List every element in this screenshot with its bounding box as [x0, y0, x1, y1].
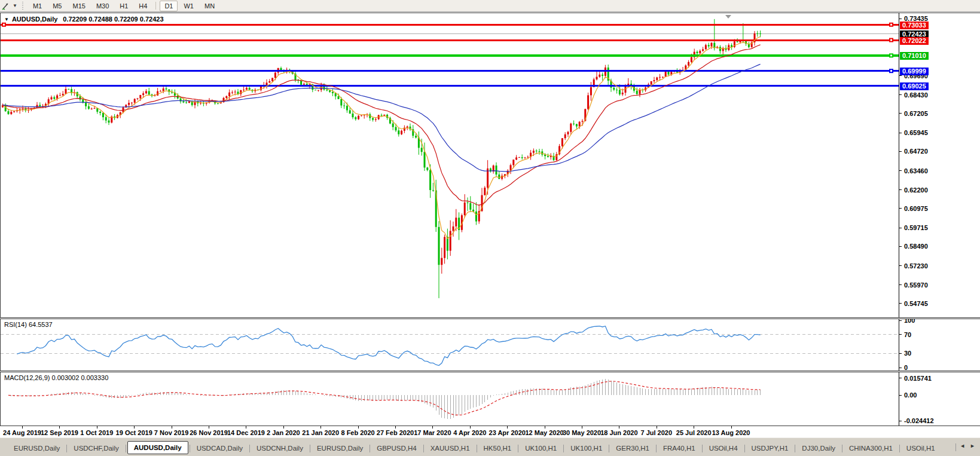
tab-separator: [423, 445, 424, 452]
chart-tab-eurusd-daily[interactable]: EURUSD,Daily: [312, 442, 368, 454]
chart-tab-audusd-daily[interactable]: AUDUSD,Daily: [127, 441, 188, 454]
price-badge: 0.73033: [900, 22, 929, 29]
y-axis-tick-label: 0.62200: [904, 186, 928, 194]
toolbar-separator: [155, 2, 156, 10]
x-axis-date-label: 21 Jan 2020: [302, 429, 339, 436]
timeframe-button-d1[interactable]: D1: [160, 1, 178, 11]
timeframe-button-m1[interactable]: M1: [28, 1, 47, 11]
chart-tab-bar: EURUSD,DailyUSDCHF,DailyAUDUSD,DailyUSDC…: [0, 437, 980, 456]
chart-tab-dj30-daily[interactable]: DJ30,Daily: [796, 442, 841, 454]
chart-tab-usoil-h1[interactable]: USOil,H1: [901, 442, 941, 454]
timeframe-button-w1[interactable]: W1: [179, 1, 199, 11]
chart-tab-usdchf-daily[interactable]: USDCHF,Daily: [68, 442, 124, 454]
chart-tab-usdcad-daily[interactable]: USDCAD,Daily: [191, 442, 248, 454]
tab-separator: [477, 445, 477, 452]
tab-separator: [66, 445, 67, 452]
chart-tab-uk100-h1[interactable]: UK100,H1: [565, 442, 607, 454]
macd-label: MACD(12,26,9) 0.003002 0.003330: [4, 374, 108, 381]
y-axis-tick-label: 0.68430: [904, 91, 928, 99]
x-axis-date-label: 18 Jun 2020: [600, 429, 637, 436]
chart-tab-gbpusd-h4[interactable]: GBPUSD,H4: [371, 442, 422, 454]
chart-tab-usoil-h4[interactable]: USOil,H4: [704, 442, 743, 454]
x-axis-date-label: 1 Oct 2019: [80, 429, 113, 436]
rsi-axis-label: 30: [904, 350, 911, 357]
y-axis-tick-label: 0.67205: [904, 110, 928, 117]
macd-axis-label: -0.024412: [904, 417, 934, 424]
x-axis-date-label: 12 Sep 2019: [41, 429, 78, 436]
tab-scroll-left-icon[interactable]: ◄: [960, 443, 965, 449]
y-axis-tick-label: 0.59715: [904, 224, 928, 231]
chart-title: ▼ AUDUSD,Daily 0.72209 0.72488 0.72209 0…: [4, 16, 164, 23]
rsi-panel: RSI(14) 64.5537 10070300: [0, 319, 980, 371]
x-axis-date-label: 19 Oct 2019: [116, 429, 152, 436]
price-badge: 0.72022: [900, 37, 929, 45]
tab-separator: [518, 445, 518, 452]
tab-scroll-right-icon[interactable]: ►: [970, 443, 975, 449]
x-axis-date-label: 2 Jan 2020: [267, 429, 300, 436]
x-axis-date-label: 12 May 2020: [525, 429, 563, 436]
y-axis-tick-label: 0.57230: [904, 262, 928, 270]
y-axis-tick-label: 0.63460: [904, 167, 928, 175]
cursor-tool-dropdown-icon[interactable]: ▼: [13, 3, 17, 8]
tab-separator: [126, 445, 126, 452]
y-axis-tick-label: 0.54745: [904, 300, 928, 307]
tab-separator: [656, 445, 657, 452]
y-axis-tick-label: 0.60975: [904, 205, 928, 212]
chart-tab-ger30-h1[interactable]: GER30,H1: [610, 442, 655, 454]
price-badge: 0.69999: [900, 68, 929, 75]
chart-title-collapse-icon[interactable]: ▼: [4, 17, 9, 22]
x-axis-date-label: 17 Mar 2020: [414, 429, 451, 436]
chart-tab-xauusd-h1[interactable]: XAUUSD,H1: [425, 442, 475, 454]
timeframe-button-m5[interactable]: M5: [48, 1, 66, 11]
rsi-plot[interactable]: 10070300: [1, 319, 980, 371]
tab-separator: [899, 445, 900, 452]
chart-tab-usdcnh-daily[interactable]: USDCNH,Daily: [251, 442, 309, 454]
tab-separator: [842, 445, 842, 452]
tab-separator: [609, 445, 609, 452]
tab-scroll-arrows: ◄ ►: [957, 438, 980, 449]
cursor-tool-icon[interactable]: [1, 1, 12, 11]
x-axis-date-label: 25 Jul 2020: [676, 429, 712, 436]
chart-tab-fra40-h1[interactable]: FRA40,H1: [658, 442, 701, 454]
timeframe-button-h4[interactable]: H4: [134, 1, 152, 11]
main-chart-panel: ▼ AUDUSD,Daily 0.72209 0.72488 0.72209 0…: [0, 13, 980, 318]
chart-tab-uk100-h1[interactable]: UK100,H1: [520, 442, 562, 454]
tab-separator: [744, 445, 745, 452]
moving-average-5: [2, 36, 760, 238]
price-badge: 0.71010: [900, 52, 929, 60]
macd-axis-label: 0.00: [904, 391, 917, 399]
rsi-axis-label: 100: [904, 319, 915, 324]
shift-end-marker-icon[interactable]: [725, 15, 731, 19]
macd-plot[interactable]: 0.0157410.00-0.024412: [1, 372, 980, 426]
date-axis[interactable]: 24 Aug 201912 Sep 20191 Oct 201919 Oct 2…: [0, 426, 980, 437]
x-axis-date-label: 23 Apr 2020: [489, 429, 526, 436]
tab-separator: [310, 445, 310, 452]
chart-tab-eurusd-daily[interactable]: EURUSD,Daily: [8, 442, 65, 454]
main-chart-plot[interactable]: 0.734350.696900.684300.672050.659450.647…: [1, 13, 980, 317]
x-axis-date-label: 7 Jul 2020: [641, 429, 673, 436]
x-axis-date-label: 27 Feb 2020: [377, 429, 414, 436]
chart-ohlc-values: 0.72209 0.72488 0.72209 0.72423: [63, 16, 163, 23]
rsi-axis-label: 0: [904, 364, 908, 371]
timeframe-button-mn[interactable]: MN: [200, 1, 219, 11]
chart-tab-hk50-h1[interactable]: HK50,H1: [478, 442, 517, 454]
timeframe-button-m15[interactable]: M15: [68, 1, 90, 11]
tab-separator: [370, 445, 370, 452]
x-axis-date-label: 30 May 2020: [563, 429, 601, 436]
y-axis-tick-label: 0.64720: [904, 148, 928, 155]
chart-tab-china300-h1[interactable]: CHINA300,H1: [844, 442, 898, 454]
x-axis-date-label: 24 Aug 2019: [3, 429, 41, 436]
toolbar-grip[interactable]: [22, 2, 24, 10]
moving-average-52: [2, 64, 760, 172]
chart-tab-usdjpy-h1[interactable]: USDJPY,H1: [746, 442, 794, 454]
macd-panel: MACD(12,26,9) 0.003002 0.003330 0.015741…: [0, 372, 980, 426]
tab-separator: [563, 445, 564, 452]
moving-average-20: [2, 45, 760, 205]
timeframe-button-m30[interactable]: M30: [91, 1, 114, 11]
toolbar: ▼ M1M5M15M30H1H4D1W1MN: [0, 0, 980, 12]
x-axis-date-label: 26 Nov 2019: [190, 429, 228, 436]
y-axis-tick-label: 0.55970: [904, 281, 928, 289]
timeframe-button-h1[interactable]: H1: [115, 1, 133, 11]
x-axis-date-label: 7 Nov 2019: [154, 429, 188, 436]
chart-tabs: EURUSD,DailyUSDCHF,DailyAUDUSD,DailyUSDC…: [0, 438, 954, 455]
